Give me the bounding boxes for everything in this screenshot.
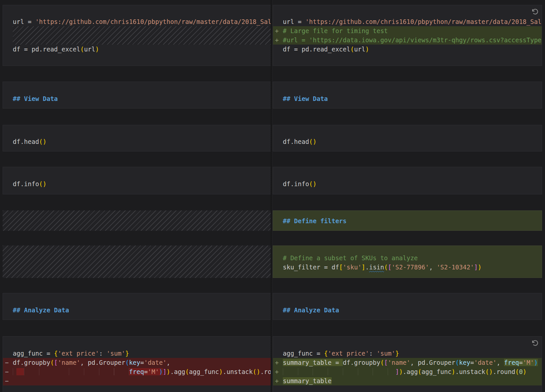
code-line[interactable]: url = 'https://github.com/chris1610/pbpy… [273,17,542,26]
discard-changes-icon [531,339,538,347]
code-line[interactable]: +summary_table = df.groupby(['name', pd.… [273,358,542,367]
code-token: ## Analyze Data [283,306,339,314]
code-token: sku_filter [283,264,324,271]
cell-view-data-heading-left[interactable]: ## View Data [3,82,272,108]
cell-sku-filter-right[interactable]: # Define a subset of SKUs to analyzesku_… [273,245,542,278]
code-line[interactable]: agg_func = {'ext price': 'sum'} [3,349,272,358]
code-token: 'https://github.com/chris1610/pbpython/r… [305,18,542,25]
code-line[interactable]: − freq='M')]).agg(agg_func).unstack().ro… [3,367,272,376]
code-token: ( [185,368,189,375]
cell-analyze-data-heading-right[interactable]: ## Analyze Data [273,293,542,320]
code-token [24,368,129,375]
code-token: ( [125,359,129,366]
code-token: 'M' [523,359,534,366]
discard-changes-icon [531,8,538,16]
code-token: # Large file for timing test [283,27,388,34]
code-line[interactable]: ## Define filters [273,216,542,225]
code-token: agg_func [13,350,47,357]
code-token: [ [339,264,343,271]
code-token: ## View Data [283,95,328,102]
cell-load-data-left[interactable]: url = 'https://github.com/chris1610/pbpy… [3,5,272,66]
code-token: ] [361,264,365,271]
code-token: , [496,359,504,366]
code-line[interactable]: url = 'https://github.com/chris1610/pbpy… [3,17,272,26]
code-token: freq [504,359,519,366]
code-token: .round [493,368,516,375]
code-line[interactable]: # Define a subset of SKUs to analyze [273,253,542,263]
code-token: 'ext price' [328,350,369,357]
code-line[interactable]: df.info() [273,179,542,188]
code-token: ( [384,264,388,271]
code-token: df.info [283,180,309,187]
code-line[interactable]: ## View Data [3,94,272,103]
code-token: .round [260,368,272,375]
cell-analyze-data-heading-left[interactable]: ## Analyze Data [3,293,272,320]
code-token: = [470,359,474,366]
code-token: ) [365,46,369,53]
cell-define-filters-heading-right[interactable]: ## Define filters [273,210,542,231]
code-token: ## View Data [13,95,58,102]
code-token: = [140,359,144,366]
code-token-with-squiggle: isin [369,264,384,271]
cell-df-info-right[interactable]: df.info() [273,167,542,194]
code-token: 'date' [474,359,496,366]
code-token: = [294,46,302,53]
code-line[interactable]: − [3,376,272,385]
code-token: , [429,264,437,271]
code-token: ) [523,368,526,375]
code-token: df [283,46,294,53]
code-token: # Define a subset of SKUs to analyze [283,254,418,262]
code-token: = [47,350,54,357]
cell-df-info-left[interactable]: df.info() [3,167,272,194]
cell-df-head-left[interactable]: df.head() [3,125,272,151]
code-token: () [39,138,47,145]
cell-df-head-right[interactable]: df.head() [273,125,542,151]
code-line[interactable]: +#url = 'https://data.iowa.gov/api/views… [273,35,542,45]
diff-removed-marker: − [5,367,11,376]
code-token: () [309,180,317,187]
code-token: 'sum' [377,350,395,357]
cell-aggregate-left[interactable]: agg_func = {'ext price': 'sum'}−df.group… [3,336,272,392]
code-token: = [144,368,147,375]
code-token: = [24,46,31,53]
code-line[interactable]: df = pd.read_excel(url) [3,45,272,54]
code-token: ## Analyze Data [13,306,69,314]
code-token [16,368,24,375]
code-token: key [129,359,140,366]
code-token: summary_table = [283,359,343,366]
code-line[interactable]: +summary_table [273,376,542,385]
cell-load-data-right[interactable]: url = 'https://github.com/chris1610/pbpy… [273,5,542,66]
code-line[interactable]: ## View Data [273,94,542,103]
code-token: pd.Grouper [88,359,125,366]
code-line[interactable]: +# Large file for timing test [273,26,542,35]
code-line[interactable]: df = pd.read_excel(url) [273,45,542,54]
code-token: ) [166,368,170,375]
diff-pane-modified: url = 'https://github.com/chris1610/pbpy… [273,0,545,392]
code-line[interactable]: ## Analyze Data [3,305,272,315]
code-line[interactable]: df.info() [3,179,272,188]
code-line[interactable]: agg_func = {'ext price': 'sum'} [273,349,542,358]
pane-divider[interactable] [271,0,273,392]
code-token: pd.Grouper [418,359,455,366]
code-token: () [485,368,493,375]
code-line[interactable]: ## Analyze Data [273,305,542,315]
code-token: ] [395,368,399,375]
revert-cell-button[interactable] [531,339,538,347]
diff-added-marker: + [275,35,282,45]
code-token: ( [455,359,459,366]
code-line[interactable]: df.head() [273,137,542,146]
code-line[interactable]: + ]).agg(agg_func).unstack().round(0) [273,367,542,376]
code-token: url [354,46,365,53]
cell-aggregate-right[interactable]: agg_func = {'ext price': 'sum'}+summary_… [273,336,542,392]
code-token: ( [350,46,354,53]
code-token: { [54,350,58,357]
code-token: .unstack [223,368,253,375]
revert-cell-button[interactable] [531,8,538,16]
code-line[interactable]: −df.groupby(['name', pd.Grouper(key='dat… [3,358,272,367]
code-token: [ [54,359,58,366]
diff-pane-original: url = 'https://github.com/chris1610/pbpy… [0,0,272,392]
code-line[interactable]: sku_filter = df['sku'].isin(['S2-77896',… [273,263,542,272]
cell-view-data-heading-right[interactable]: ## View Data [273,82,542,108]
code-line[interactable]: df.head() [3,137,272,146]
code-token: url [283,18,298,25]
